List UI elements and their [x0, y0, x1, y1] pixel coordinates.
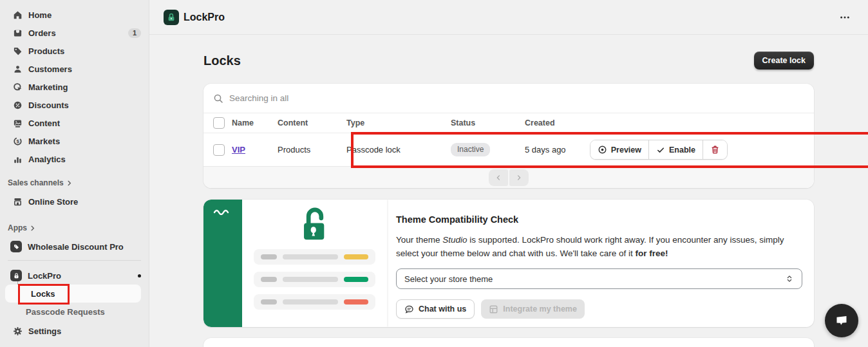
- sidebar-item-label: Orders: [28, 28, 56, 38]
- wholesale-app-icon: [10, 241, 22, 252]
- sidebar-item-marketing[interactable]: Marketing: [0, 78, 149, 96]
- sidebar-divider: [8, 260, 141, 261]
- up-down-chevrons-icon: [785, 274, 794, 283]
- sidebar-item-passcode-requests[interactable]: Passcode Requests: [0, 303, 149, 321]
- theme-card-body: Your theme Studio is supported. LockPro …: [396, 233, 802, 260]
- lockpro-app-icon: [10, 270, 22, 281]
- next-page-button[interactable]: [509, 169, 529, 186]
- sidebar-item-label: Online Store: [28, 197, 78, 207]
- sidebar-item-settings[interactable]: Settings: [0, 322, 149, 340]
- sidebar-item-label: Discounts: [28, 100, 69, 110]
- trash-icon: [710, 145, 720, 155]
- home-icon: [12, 10, 23, 20]
- sidebar-item-wholesale-discount-pro[interactable]: Wholesale Discount Pro: [0, 238, 149, 256]
- notification-dot: [138, 274, 141, 277]
- sidebar-item-markets[interactable]: $ Markets: [0, 132, 149, 150]
- preview-button[interactable]: Preview: [590, 140, 649, 159]
- sidebar-item-discounts[interactable]: Discounts: [0, 96, 149, 114]
- sidebar: Home Orders 1 Products Customers Marketi…: [0, 0, 149, 347]
- squiggle-icon: [213, 207, 232, 215]
- media-icon: [12, 118, 23, 128]
- sidebar-item-online-store[interactable]: Online Store: [0, 192, 149, 211]
- sidebar-item-analytics[interactable]: Analytics: [0, 150, 149, 168]
- row-checkbox[interactable]: [213, 144, 225, 156]
- lockpro-topbar-icon: [164, 10, 179, 25]
- eye-icon: [598, 145, 607, 155]
- yellow-status-pill: [344, 254, 368, 259]
- column-header-name: Name: [232, 118, 278, 127]
- sidebar-item-customers[interactable]: Customers: [0, 60, 149, 78]
- lock-type-cell: Passcode lock: [346, 145, 451, 155]
- sidebar-item-label: Passcode Requests: [26, 307, 105, 317]
- sidebar-item-label: Marketing: [28, 82, 68, 92]
- orders-count-badge: 1: [128, 28, 141, 38]
- column-header-type: Type: [346, 118, 451, 127]
- locks-table-card: Name Content Type Status Created VIP Pro…: [203, 84, 814, 188]
- sidebar-item-label: Analytics: [28, 155, 66, 164]
- lock-name-link[interactable]: VIP: [232, 145, 245, 155]
- sidebar-item-label: LockPro: [28, 271, 61, 281]
- more-menu-button[interactable]: [836, 12, 854, 23]
- search-input[interactable]: [229, 93, 804, 103]
- chat-with-us-button[interactable]: Chat with us: [396, 299, 475, 319]
- bar-chart-icon: [12, 154, 23, 164]
- green-status-pill: [344, 277, 368, 282]
- sidebar-item-label: Content: [28, 118, 60, 128]
- sidebar-item-products[interactable]: Products: [0, 42, 149, 60]
- sidebar-item-orders[interactable]: Orders 1: [0, 24, 149, 42]
- sidebar-item-home[interactable]: Home: [0, 6, 149, 24]
- chevron-right-icon: [30, 225, 35, 231]
- row-actions-group: Preview Enable: [590, 140, 728, 160]
- illustration-green-bar: [203, 200, 242, 327]
- column-header-content: Content: [278, 118, 346, 127]
- sidebar-item-label: Settings: [28, 326, 61, 336]
- svg-text:$: $: [16, 138, 19, 144]
- status-badge: Inactive: [451, 143, 490, 156]
- chat-bubble-icon: [404, 305, 414, 314]
- sidebar-item-label: Wholesale Discount Pro: [28, 242, 124, 252]
- globe-dollar-icon: $: [12, 136, 23, 146]
- orders-icon: [12, 28, 23, 38]
- tag-icon: [12, 46, 23, 56]
- store-theme-select[interactable]: Select your store theme: [396, 268, 802, 289]
- enable-button[interactable]: Enable: [649, 140, 703, 159]
- app-title: LockPro: [184, 12, 225, 23]
- theme-illustration: [203, 200, 387, 327]
- checkmark-icon: [656, 145, 665, 155]
- main-area: LockPro Locks Create lock Name Content T…: [149, 0, 868, 347]
- sidebar-item-label: Locks: [31, 289, 55, 299]
- chat-fab-button[interactable]: [825, 304, 858, 337]
- sidebar-item-locks[interactable]: Locks: [5, 285, 141, 303]
- integrate-theme-button[interactable]: Integrate my theme: [481, 299, 585, 319]
- create-lock-button[interactable]: Create lock: [754, 52, 814, 70]
- sidebar-item-label: Home: [28, 10, 52, 20]
- theme-grid-icon: [489, 305, 498, 314]
- discount-icon: [12, 100, 23, 110]
- delete-button[interactable]: [703, 140, 727, 159]
- sidebar-item-label: Markets: [28, 136, 60, 146]
- placeholder-row: [254, 294, 375, 310]
- open-padlock-icon: [299, 207, 331, 243]
- apps-header[interactable]: Apps: [0, 221, 149, 234]
- sidebar-item-label: Customers: [28, 64, 72, 74]
- marketing-target-icon: [12, 82, 23, 92]
- sidebar-item-content[interactable]: Content: [0, 114, 149, 132]
- placeholder-row: [254, 249, 375, 265]
- sales-channels-header[interactable]: Sales channels: [0, 176, 149, 189]
- storefront-icon: [12, 196, 23, 207]
- lock-content-cell: Products: [278, 145, 346, 155]
- previous-page-button[interactable]: [489, 169, 508, 186]
- person-icon: [12, 64, 23, 74]
- theme-compatibility-card: Theme Compatibility Check Your theme Stu…: [203, 200, 814, 327]
- app-topbar: LockPro: [149, 0, 868, 35]
- horizontal-dots-icon: [840, 15, 850, 19]
- red-status-pill: [344, 299, 368, 305]
- theme-card-title: Theme Compatibility Check: [396, 214, 802, 225]
- gear-icon: [12, 326, 23, 336]
- page-title: Locks: [203, 53, 241, 68]
- select-all-checkbox[interactable]: [213, 117, 225, 129]
- column-header-created: Created: [525, 118, 804, 127]
- table-row[interactable]: VIP Products Passcode lock Inactive 5 da…: [203, 133, 814, 166]
- placeholder-row: [254, 272, 375, 287]
- pagination: [203, 166, 814, 188]
